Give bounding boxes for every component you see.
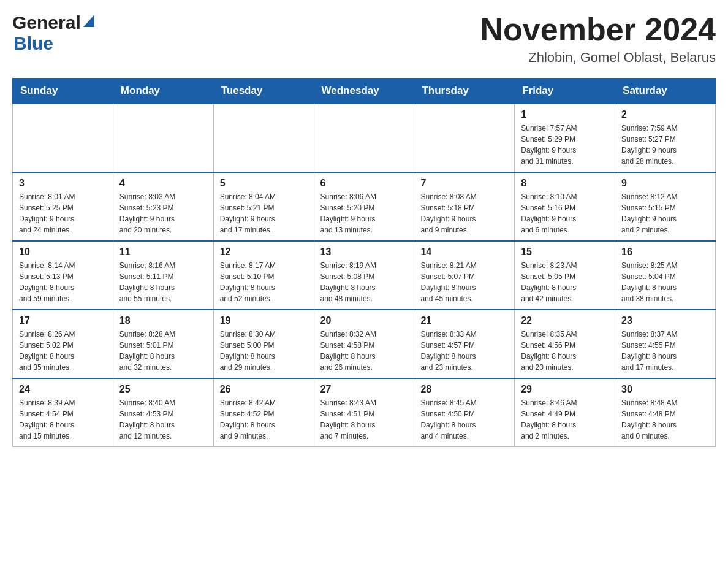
calendar-header-row: Sunday Monday Tuesday Wednesday Thursday… [13,79,716,104]
table-row: 30Sunrise: 8:48 AMSunset: 4:48 PMDayligh… [615,378,716,447]
day-number: 4 [119,178,207,189]
table-row: 2Sunrise: 7:59 AMSunset: 5:27 PMDaylight… [615,104,716,172]
day-info: Sunrise: 8:04 AMSunset: 5:21 PMDaylight:… [220,191,308,236]
day-number: 22 [521,315,609,326]
table-row: 27Sunrise: 8:43 AMSunset: 4:51 PMDayligh… [314,378,414,447]
day-number: 27 [320,384,408,395]
day-info: Sunrise: 8:01 AMSunset: 5:25 PMDaylight:… [19,191,107,236]
table-row: 18Sunrise: 8:28 AMSunset: 5:01 PMDayligh… [113,310,213,378]
col-tuesday: Tuesday [213,79,314,104]
col-monday: Monday [113,79,213,104]
month-year-title: November 2024 [480,12,716,47]
logo-general-text: General [12,12,81,33]
day-number: 6 [320,178,408,189]
day-info: Sunrise: 8:37 AMSunset: 4:55 PMDaylight:… [621,329,709,373]
day-info: Sunrise: 8:12 AMSunset: 5:15 PMDaylight:… [621,191,709,236]
table-row: 22Sunrise: 8:35 AMSunset: 4:56 PMDayligh… [515,310,615,378]
day-number: 12 [220,247,308,258]
day-number: 29 [521,384,609,395]
table-row: 25Sunrise: 8:40 AMSunset: 4:53 PMDayligh… [113,378,213,447]
day-info: Sunrise: 8:06 AMSunset: 5:20 PMDaylight:… [320,191,408,236]
day-number: 10 [19,247,107,258]
day-info: Sunrise: 8:14 AMSunset: 5:13 PMDaylight:… [19,260,107,304]
day-info: Sunrise: 7:57 AMSunset: 5:29 PMDaylight:… [521,123,609,167]
col-friday: Friday [515,79,615,104]
day-number: 13 [320,247,408,258]
col-saturday: Saturday [615,79,716,104]
table-row: 24Sunrise: 8:39 AMSunset: 4:54 PMDayligh… [13,378,113,447]
day-info: Sunrise: 8:28 AMSunset: 5:01 PMDaylight:… [119,329,207,373]
day-info: Sunrise: 8:46 AMSunset: 4:49 PMDaylight:… [521,397,609,442]
calendar-week-row: 3Sunrise: 8:01 AMSunset: 5:25 PMDaylight… [13,172,716,241]
table-row [414,104,515,172]
day-number: 30 [621,384,709,395]
table-row: 29Sunrise: 8:46 AMSunset: 4:49 PMDayligh… [515,378,615,447]
logo-blue-text: Blue [13,33,53,53]
day-info: Sunrise: 8:03 AMSunset: 5:23 PMDaylight:… [119,191,207,236]
day-info: Sunrise: 8:23 AMSunset: 5:05 PMDaylight:… [521,260,609,304]
table-row [213,104,314,172]
day-number: 11 [119,247,207,258]
table-row: 4Sunrise: 8:03 AMSunset: 5:23 PMDaylight… [113,172,213,241]
logo: General Blue [12,12,94,54]
table-row: 14Sunrise: 8:21 AMSunset: 5:07 PMDayligh… [414,241,515,310]
table-row: 23Sunrise: 8:37 AMSunset: 4:55 PMDayligh… [615,310,716,378]
day-number: 25 [119,384,207,395]
title-section: November 2024 Zhlobin, Gomel Oblast, Bel… [480,12,716,66]
day-info: Sunrise: 8:35 AMSunset: 4:56 PMDaylight:… [521,329,609,373]
table-row: 26Sunrise: 8:42 AMSunset: 4:52 PMDayligh… [213,378,314,447]
table-row: 8Sunrise: 8:10 AMSunset: 5:16 PMDaylight… [515,172,615,241]
day-info: Sunrise: 8:39 AMSunset: 4:54 PMDaylight:… [19,397,107,442]
day-number: 26 [220,384,308,395]
day-number: 21 [420,315,508,326]
table-row: 28Sunrise: 8:45 AMSunset: 4:50 PMDayligh… [414,378,515,447]
day-info: Sunrise: 8:17 AMSunset: 5:10 PMDaylight:… [220,260,308,304]
col-wednesday: Wednesday [314,79,414,104]
table-row: 12Sunrise: 8:17 AMSunset: 5:10 PMDayligh… [213,241,314,310]
day-info: Sunrise: 8:33 AMSunset: 4:57 PMDaylight:… [420,329,508,373]
col-thursday: Thursday [414,79,515,104]
table-row: 6Sunrise: 8:06 AMSunset: 5:20 PMDaylight… [314,172,414,241]
day-info: Sunrise: 8:48 AMSunset: 4:48 PMDaylight:… [621,397,709,442]
table-row: 19Sunrise: 8:30 AMSunset: 5:00 PMDayligh… [213,310,314,378]
day-number: 7 [420,178,508,189]
page-header: General Blue November 2024 Zhlobin, Gome… [12,12,716,66]
table-row: 21Sunrise: 8:33 AMSunset: 4:57 PMDayligh… [414,310,515,378]
calendar-week-row: 17Sunrise: 8:26 AMSunset: 5:02 PMDayligh… [13,310,716,378]
day-info: Sunrise: 8:43 AMSunset: 4:51 PMDaylight:… [320,397,408,442]
day-info: Sunrise: 8:45 AMSunset: 4:50 PMDaylight:… [420,397,508,442]
table-row: 13Sunrise: 8:19 AMSunset: 5:08 PMDayligh… [314,241,414,310]
logo-triangle-icon [83,15,94,29]
table-row: 10Sunrise: 8:14 AMSunset: 5:13 PMDayligh… [13,241,113,310]
day-info: Sunrise: 8:42 AMSunset: 4:52 PMDaylight:… [220,397,308,442]
calendar-week-row: 10Sunrise: 8:14 AMSunset: 5:13 PMDayligh… [13,241,716,310]
day-info: Sunrise: 8:08 AMSunset: 5:18 PMDaylight:… [420,191,508,236]
day-number: 8 [521,178,609,189]
day-info: Sunrise: 8:26 AMSunset: 5:02 PMDaylight:… [19,329,107,373]
day-number: 19 [220,315,308,326]
svg-marker-0 [83,15,94,27]
day-number: 14 [420,247,508,258]
day-number: 16 [621,247,709,258]
day-number: 3 [19,178,107,189]
table-row: 7Sunrise: 8:08 AMSunset: 5:18 PMDaylight… [414,172,515,241]
day-info: Sunrise: 7:59 AMSunset: 5:27 PMDaylight:… [621,123,709,167]
table-row: 1Sunrise: 7:57 AMSunset: 5:29 PMDaylight… [515,104,615,172]
table-row: 9Sunrise: 8:12 AMSunset: 5:15 PMDaylight… [615,172,716,241]
day-info: Sunrise: 8:30 AMSunset: 5:00 PMDaylight:… [220,329,308,373]
table-row [113,104,213,172]
day-number: 1 [521,109,609,120]
calendar-week-row: 1Sunrise: 7:57 AMSunset: 5:29 PMDaylight… [13,104,716,172]
table-row: 15Sunrise: 8:23 AMSunset: 5:05 PMDayligh… [515,241,615,310]
table-row: 20Sunrise: 8:32 AMSunset: 4:58 PMDayligh… [314,310,414,378]
day-info: Sunrise: 8:21 AMSunset: 5:07 PMDaylight:… [420,260,508,304]
calendar-week-row: 24Sunrise: 8:39 AMSunset: 4:54 PMDayligh… [13,378,716,447]
day-number: 24 [19,384,107,395]
day-number: 2 [621,109,709,120]
day-number: 18 [119,315,207,326]
day-info: Sunrise: 8:40 AMSunset: 4:53 PMDaylight:… [119,397,207,442]
col-sunday: Sunday [13,79,113,104]
day-info: Sunrise: 8:19 AMSunset: 5:08 PMDaylight:… [320,260,408,304]
day-info: Sunrise: 8:16 AMSunset: 5:11 PMDaylight:… [119,260,207,304]
day-number: 23 [621,315,709,326]
